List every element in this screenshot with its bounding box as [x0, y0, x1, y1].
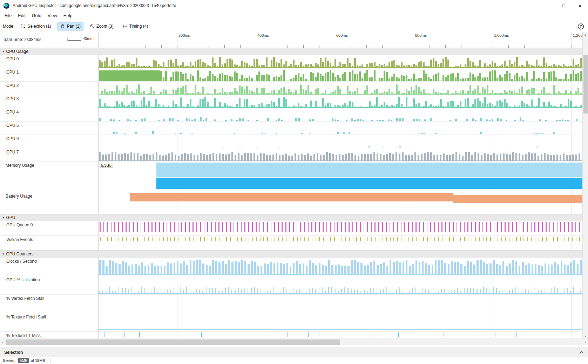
track-chart-clocks-second[interactable]: [99, 257, 582, 276]
pan-mode-label: Pan (2): [67, 24, 81, 29]
track-chart-cpu-4[interactable]: [99, 108, 582, 121]
track-chart-cpu-1[interactable]: [99, 68, 582, 81]
track-row-texture-fetch-stall: % Texture Fetch Stall: [0, 313, 588, 332]
track-row-cpu-5: CPU 5: [0, 122, 588, 135]
ruler-minor-tick: [430, 45, 430, 48]
track-spacer: [0, 209, 588, 214]
ruler-minor-tick: [540, 45, 540, 48]
scroll-left-arrow-icon[interactable]: ‹: [0, 339, 6, 345]
vertical-scrollbar-thumb[interactable]: [583, 55, 588, 114]
ruler-minor-tick: [319, 45, 319, 48]
menu-goto[interactable]: Goto: [29, 12, 45, 19]
ruler-minor-tick: [351, 45, 351, 48]
track-chart-battery-usage[interactable]: [99, 192, 582, 209]
track-label: GPU % Utilization: [6, 277, 40, 282]
ruler-minor-tick: [303, 45, 304, 48]
maximize-button[interactable]: □: [556, 0, 572, 11]
server-memory-badge: 5MB of 18MB: [18, 358, 47, 363]
track-chart-vulkan-events[interactable]: [99, 236, 582, 250]
track-chart-memory-usage[interactable]: [99, 162, 582, 192]
android-gpu-inspector-window: Android GPU Inspector - com.google.andro…: [0, 0, 588, 364]
horizontal-scrollbar[interactable]: ‹ ›: [0, 339, 588, 345]
ruler-minor-tick: [524, 45, 525, 48]
selection-mode-button[interactable]: Selection (1): [18, 22, 54, 30]
memory-used-value: 5MB: [18, 358, 29, 363]
timeline-ruler[interactable]: Total Time: 2s084ms 40ms 200ms400ms600ms…: [0, 32, 588, 48]
section-header-gpu[interactable]: ▾GPU: [0, 214, 588, 221]
collapse-arrow-icon[interactable]: ▾: [2, 50, 4, 53]
menu-edit[interactable]: Edit: [15, 12, 29, 19]
menu-help[interactable]: Help: [60, 12, 76, 19]
ruler-tick-label: 200ms: [178, 33, 190, 37]
track-row-battery-usage: Battery Usage: [0, 192, 588, 209]
track-chart-cpu-3[interactable]: [99, 95, 582, 108]
track-row-vulkan-events: Vulkan Events: [0, 236, 588, 250]
scale-bracket-icon: [67, 37, 81, 43]
selection-panel-title: Selection: [4, 350, 23, 355]
panel-gap: [0, 345, 588, 348]
section-label: GPU: [6, 215, 15, 220]
zoom-mode-label: Zoom (3): [96, 24, 114, 29]
close-button[interactable]: ×: [572, 0, 588, 11]
track-row-cpu-7: CPU 7: [0, 148, 588, 162]
section-label: GPU Counters: [6, 252, 34, 256]
section-header-gpu-counters[interactable]: ▾GPU Counters: [0, 250, 588, 257]
track-chart-texture-l1-miss[interactable]: [99, 332, 582, 338]
ruler-minor-tick: [477, 45, 477, 48]
title-bar: Android GPU Inspector - com.google.andro…: [0, 0, 588, 11]
total-time-label: Total Time: 2s084ms: [3, 37, 41, 42]
ruler-minor-tick: [240, 45, 241, 48]
collapse-arrow-icon[interactable]: ▾: [2, 216, 4, 219]
track-chart-cpu-6[interactable]: [99, 135, 582, 148]
status-bar: Server: 5MB of 18MB: [0, 357, 588, 364]
minimize-button[interactable]: –: [540, 0, 556, 11]
ruler-minor-tick: [445, 45, 446, 48]
ruler-tick-label: 1,000ms: [494, 33, 509, 37]
ruler-minor-tick: [177, 45, 177, 48]
ruler-minor-tick: [161, 45, 162, 48]
help-button[interactable]: ?: [577, 22, 585, 30]
track-chart-cpu-5[interactable]: [99, 122, 582, 135]
track-chart-texture-fetch-stall[interactable]: [99, 313, 582, 331]
track-chart-vertex-fetch-stall[interactable]: [99, 295, 582, 313]
track-chart-gpu-queue-0[interactable]: [99, 221, 582, 235]
vertical-scrollbar[interactable]: ▲ ▼: [582, 32, 588, 339]
timing-mode-button[interactable]: Timing (4): [120, 22, 151, 30]
track-chart-cpu-2[interactable]: [99, 82, 582, 95]
scale-label: 40ms: [83, 36, 92, 41]
track-row-cpu-2: CPU 2: [0, 82, 588, 95]
ruler-minor-tick: [288, 45, 288, 48]
zoom-mode-button[interactable]: Zoom (3): [87, 22, 116, 30]
scroll-up-arrow-icon[interactable]: ▲: [583, 32, 588, 37]
pan-mode-button[interactable]: Pan (2): [58, 22, 83, 30]
ruler-tick-label: 600ms: [336, 33, 348, 37]
track-chart-gpu-utilization[interactable]: [99, 276, 582, 294]
section-label: CPU Usage: [6, 49, 28, 54]
horizontal-scrollbar-thumb[interactable]: [6, 339, 340, 345]
ruler-minor-tick: [572, 45, 572, 48]
selection-panel-header[interactable]: Selection: [0, 348, 588, 357]
scroll-down-arrow-icon[interactable]: ▼: [583, 334, 588, 339]
track-chart-cpu-7[interactable]: [99, 148, 582, 161]
expand-panel-chevron-icon[interactable]: [579, 351, 584, 354]
memory-total-value: of 18MB: [29, 358, 47, 363]
track-row-cpu-4: CPU 4: [0, 108, 588, 122]
track-label: CPU 0: [6, 56, 19, 61]
track-label: CPU 5: [6, 123, 19, 128]
scroll-right-arrow-icon[interactable]: ›: [582, 339, 588, 345]
ruler-minor-tick: [382, 45, 383, 48]
menu-file[interactable]: File: [1, 12, 15, 19]
track-row-cpu-1: CPU 1: [0, 68, 588, 82]
track-label: CPU 7: [6, 150, 19, 154]
menu-view[interactable]: View: [45, 12, 60, 19]
track-label: CPU 6: [6, 136, 19, 141]
collapse-arrow-icon[interactable]: ▾: [2, 252, 4, 256]
mode-buttons: Selection (1)Pan (2)Zoom (3)Timing (4): [14, 22, 151, 30]
track-label: % Texture Fetch Stall: [6, 315, 46, 320]
track-label: % Vertex Fetch Stall: [6, 296, 44, 301]
track-chart-cpu-0[interactable]: [99, 55, 582, 68]
track-label: GPU Queue 0: [6, 222, 33, 227]
section-header-cpu-usage[interactable]: ▾CPU Usage: [0, 48, 588, 55]
ruler-minor-tick: [398, 45, 398, 48]
timing-mode-label: Timing (4): [129, 24, 148, 29]
